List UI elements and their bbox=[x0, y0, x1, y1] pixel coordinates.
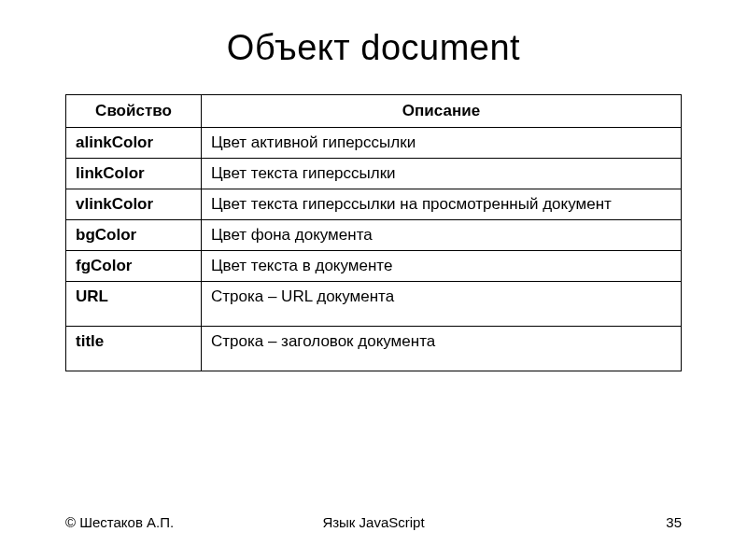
cell-description: Цвет текста гиперссылки на просмотренный… bbox=[201, 189, 681, 220]
cell-property: alinkColor bbox=[66, 128, 202, 159]
header-description: Описание bbox=[201, 95, 681, 128]
slide-title: Объект document bbox=[65, 28, 682, 68]
cell-property: URL bbox=[66, 282, 202, 327]
cell-property: fgColor bbox=[66, 251, 202, 282]
footer-subject: Язык JavaScript bbox=[322, 514, 424, 530]
table-row: title Строка – заголовок документа bbox=[66, 327, 682, 371]
cell-property: vlinkColor bbox=[66, 189, 202, 220]
table-header-row: Свойство Описание bbox=[66, 95, 682, 128]
table-row: vlinkColor Цвет текста гиперссылки на пр… bbox=[66, 189, 682, 220]
slide-container: Объект document Свойство Описание alinkC… bbox=[0, 0, 747, 560]
footer-author: © Шестаков А.П. bbox=[65, 514, 174, 530]
table-row: URL Строка – URL документа bbox=[66, 282, 682, 327]
header-property: Свойство bbox=[66, 95, 202, 128]
cell-property: title bbox=[66, 327, 202, 371]
table-row: bgColor Цвет фона документа bbox=[66, 220, 682, 251]
cell-property: bgColor bbox=[66, 220, 202, 251]
table-row: alinkColor Цвет активной гиперссылки bbox=[66, 128, 682, 159]
cell-description: Строка – URL документа bbox=[201, 282, 681, 327]
table-row: linkColor Цвет текста гиперссылки bbox=[66, 159, 682, 189]
cell-property: linkColor bbox=[66, 159, 202, 189]
slide-footer: © Шестаков А.П. Язык JavaScript 35 bbox=[65, 514, 682, 530]
cell-description: Строка – заголовок документа bbox=[201, 327, 681, 371]
cell-description: Цвет текста гиперссылки bbox=[201, 159, 681, 189]
properties-table: Свойство Описание alinkColor Цвет активн… bbox=[65, 94, 682, 371]
cell-description: Цвет фона документа bbox=[201, 220, 681, 251]
footer-page-number: 35 bbox=[666, 514, 682, 530]
table-row: fgColor Цвет текста в документе bbox=[66, 251, 682, 282]
cell-description: Цвет активной гиперссылки bbox=[201, 128, 681, 159]
cell-description: Цвет текста в документе bbox=[201, 251, 681, 282]
